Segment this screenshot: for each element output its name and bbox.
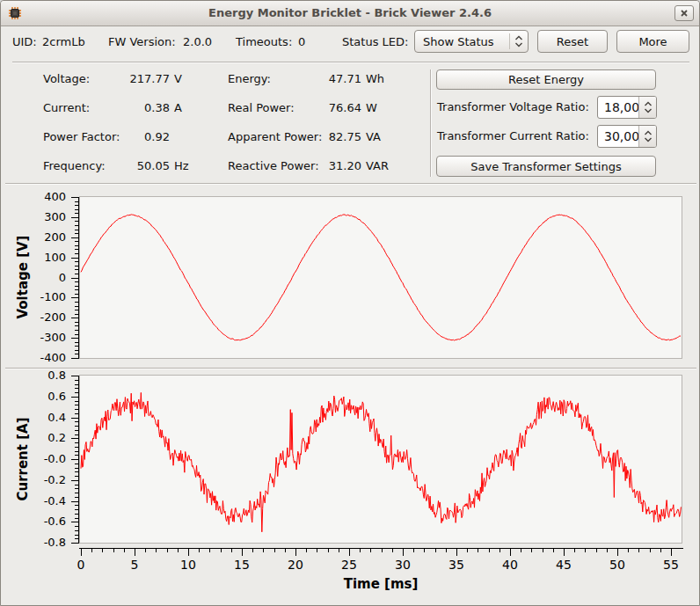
axis-tick (531, 548, 532, 552)
header-separator (12, 62, 689, 63)
axis-tick (317, 548, 317, 552)
axis-tick (71, 543, 78, 544)
axis-tick (178, 548, 179, 552)
y-tick-label: 0.8 (27, 369, 66, 383)
axis-tick (75, 514, 78, 515)
y-tick-label: -200 (27, 310, 66, 325)
axis-tick (75, 476, 78, 477)
axis-tick (71, 501, 78, 502)
voltage-unit: V (174, 72, 182, 86)
fw-version-value: 2.0.0 (183, 35, 212, 49)
axis-tick (499, 548, 500, 552)
axis-tick (91, 548, 92, 552)
energy-value: 47.71 (298, 72, 361, 86)
current-unit: A (174, 101, 182, 115)
axis-tick (75, 261, 78, 262)
axis-tick (75, 205, 78, 206)
axis-tick (75, 455, 78, 456)
axis-tick (75, 380, 78, 381)
axis-tick (113, 548, 114, 552)
timeouts-label: Timeouts: (236, 35, 292, 49)
axis-tick (71, 397, 78, 398)
axis-tick (413, 548, 414, 552)
axis-tick (628, 548, 629, 552)
axis-tick (553, 548, 554, 552)
y-tick-label: -0.2 (27, 473, 66, 487)
axis-tick (71, 376, 78, 376)
axis-tick (75, 346, 78, 347)
transformer-current-ratio-label: Transformer Current Ratio: (437, 129, 589, 143)
frequency-unit: Hz (174, 159, 189, 173)
axis-tick (75, 350, 78, 351)
axis-tick (478, 548, 478, 552)
axis-tick (252, 548, 253, 552)
spinbox-arrows-icon[interactable] (638, 126, 656, 147)
axis-tick (75, 526, 78, 527)
x-tick-label: 30 (385, 558, 420, 572)
uid-value: 2crmLb (42, 35, 85, 49)
axis-tick (75, 421, 78, 422)
save-transformer-settings-button[interactable]: Save Transformer Settings (436, 156, 656, 177)
axis-tick (78, 376, 79, 544)
axis-tick (75, 213, 78, 214)
axis-tick (145, 548, 146, 552)
status-led-label: Status LED: (342, 35, 408, 49)
spinbox-arrows-icon[interactable] (638, 97, 656, 118)
frequency-value: 50.05 (106, 159, 170, 173)
axis-tick (75, 451, 78, 452)
axis-tick (75, 209, 78, 210)
axis-tick (75, 306, 78, 307)
axis-tick (71, 522, 78, 522)
axis-tick (75, 509, 78, 510)
reset-energy-button[interactable]: Reset Energy (436, 69, 656, 90)
axis-tick (75, 497, 78, 498)
axis-tick (306, 548, 307, 552)
axis-tick (638, 548, 639, 552)
axis-tick (75, 266, 78, 266)
transformer-current-ratio-spinbox (597, 125, 657, 148)
axis-tick (75, 413, 78, 414)
status-led-select[interactable]: Show Status (414, 30, 529, 53)
axis-tick (75, 426, 78, 427)
fw-version-label: FW Version: (108, 35, 176, 49)
real-power-label: Real Power: (228, 101, 295, 115)
reset-button[interactable]: Reset (537, 30, 608, 53)
x-tick-label: 20 (278, 558, 313, 572)
y-tick-label: -300 (27, 331, 66, 345)
axis-tick (403, 548, 404, 556)
axis-tick (467, 548, 468, 552)
axis-tick (75, 442, 78, 443)
more-button[interactable]: More (616, 30, 689, 53)
axis-tick (75, 405, 78, 405)
titlebar[interactable]: Energy Monitor Bricklet - Brick Viewer 2… (1, 1, 699, 26)
axis-tick (274, 548, 275, 552)
axis-tick (75, 249, 78, 250)
apparent-power-value: 82.75 (298, 130, 361, 144)
y-tick-label: -0.8 (27, 536, 66, 550)
axis-tick (75, 225, 78, 226)
x-tick-label: 40 (492, 558, 528, 572)
voltage-label: Voltage: (43, 72, 90, 86)
plots-top-separator (5, 183, 696, 185)
apparent-power-unit: VA (366, 130, 381, 144)
frequency-label: Frequency: (43, 159, 106, 173)
axis-tick (75, 530, 78, 531)
axis-tick (510, 548, 511, 556)
axis-tick (71, 278, 78, 279)
axis-tick (75, 434, 78, 435)
x-tick-label: 55 (653, 558, 689, 572)
transformer-voltage-ratio-input[interactable] (600, 98, 639, 117)
axis-tick (671, 548, 672, 556)
axis-tick (521, 548, 521, 552)
close-icon[interactable] (674, 5, 694, 21)
plots-middle-separator (5, 368, 696, 369)
axis-tick (295, 548, 296, 556)
y-tick-label: 0.6 (27, 390, 66, 404)
axis-tick (564, 548, 565, 556)
axis-tick (75, 430, 78, 431)
x-tick-label: 50 (600, 558, 635, 572)
timeouts-value: 0 (298, 35, 305, 49)
axis-tick (446, 548, 447, 552)
axis-tick (124, 548, 125, 552)
transformer-current-ratio-input[interactable] (600, 127, 639, 146)
